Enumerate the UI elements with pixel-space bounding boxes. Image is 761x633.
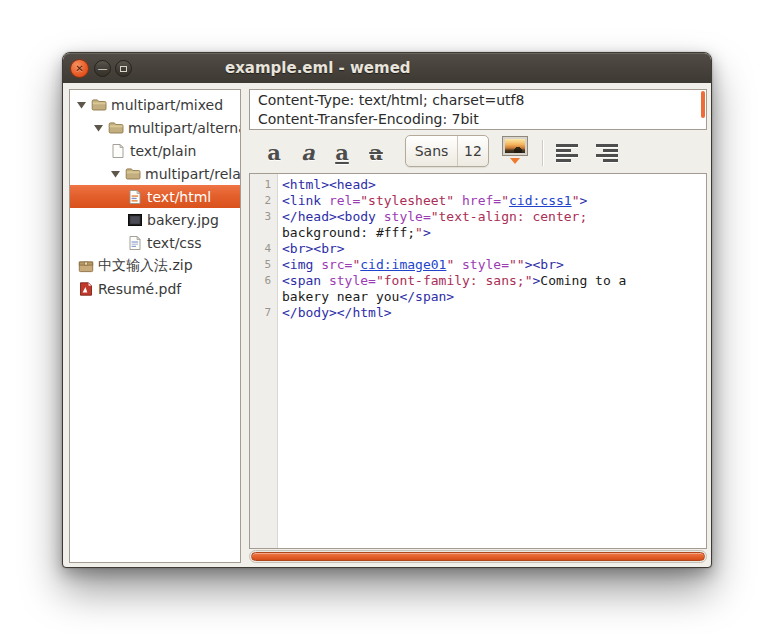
tree-item[interactable]: text/html — [70, 185, 240, 208]
expander-icon[interactable] — [93, 122, 104, 133]
close-button[interactable]: ✕ — [70, 59, 89, 78]
cid-link[interactable]: cid:image01 — [360, 257, 446, 272]
code-line: 7</body></html> — [250, 305, 706, 321]
code-token: style= — [384, 209, 431, 224]
code-token: <br> — [532, 257, 563, 272]
window: ✕ — example.eml - wemed multipart/mixedm… — [62, 52, 712, 568]
line-number: 7 — [250, 305, 278, 321]
code-line: 2<link rel="stylesheet" href="cid:css1"> — [250, 193, 706, 209]
tree-item-label: multipart/related — [145, 166, 241, 182]
font-button[interactable]: Sans 12 — [405, 135, 489, 167]
minimize-icon: — — [98, 64, 108, 74]
tree-item[interactable]: 中文输入法.zip — [70, 254, 240, 277]
font-family-value[interactable]: Sans — [406, 136, 458, 166]
expander-icon[interactable] — [110, 168, 121, 179]
mime-tree[interactable]: multipart/mixedmultipart/alternativetext… — [69, 89, 241, 563]
code-text: <img src="cid:image01" style=""><br> — [278, 257, 564, 273]
source-editor[interactable]: 1<html><head>2<link rel="stylesheet" hre… — [249, 173, 707, 549]
minimize-button[interactable]: — — [94, 60, 111, 77]
html-file-icon — [127, 189, 143, 205]
tree-item[interactable]: Resumé.pdf — [70, 277, 240, 300]
color-picker-button[interactable] — [500, 136, 530, 170]
bold-button[interactable]: a — [259, 136, 289, 168]
tree-item[interactable]: text/plain — [70, 139, 240, 162]
code-token: </head><body — [282, 209, 384, 224]
horizontal-scrollbar[interactable] — [249, 550, 707, 563]
code-text: <html><head> — [278, 177, 376, 193]
image-file-icon — [127, 212, 143, 228]
code-text: <link rel="stylesheet" href="cid:css1"> — [278, 193, 587, 209]
content-panel: Content-Type: text/html; charset=utf8 Co… — [249, 89, 707, 563]
code-token: "text-align: center; — [431, 209, 588, 224]
close-icon: ✕ — [75, 64, 83, 74]
bold-icon: a — [267, 142, 281, 163]
line-number: 4 — [250, 241, 278, 257]
italic-icon: a — [301, 142, 315, 163]
code-token: <br><br> — [282, 241, 345, 256]
tree-item[interactable]: bakery.jpg — [70, 208, 240, 231]
code-text: bakery near you</span> — [278, 289, 454, 305]
tree-item-label: text/html — [147, 189, 211, 205]
pdf-icon — [78, 281, 94, 297]
text-file-icon — [110, 143, 126, 159]
header-content-transfer-encoding: Content-Transfer-Encoding: 7bit — [258, 110, 698, 129]
underline-icon: a — [335, 142, 349, 163]
tree-item-label: text/plain — [130, 143, 196, 159]
strikethrough-button[interactable]: a — [361, 136, 391, 168]
tree-item-label: text/css — [147, 235, 202, 251]
code-token — [454, 193, 462, 208]
line-number: 5 — [250, 257, 278, 273]
tree-item-label: multipart/mixed — [111, 97, 223, 113]
headers-editor[interactable]: Content-Type: text/html; charset=utf8 Co… — [249, 89, 707, 130]
css-file-icon — [127, 235, 143, 251]
code-text: <br><br> — [278, 241, 345, 257]
code-line: 1<html><head> — [250, 177, 706, 193]
code-line: 4<br><br> — [250, 241, 706, 257]
desktop: ✕ — example.eml - wemed multipart/mixedm… — [0, 0, 761, 633]
code-token: <span — [282, 273, 329, 288]
code-token: "font-family: sans;" — [376, 273, 533, 288]
code-token: style= — [329, 273, 376, 288]
code-text: background: #fff;"> — [278, 225, 431, 241]
tree-item[interactable]: multipart/mixed — [70, 93, 240, 116]
cid-link[interactable]: cid:css1 — [509, 193, 572, 208]
line-number: 3 — [250, 209, 278, 225]
horizontal-scrollbar-thumb[interactable] — [251, 552, 705, 561]
code-area: 1<html><head>2<link rel="stylesheet" hre… — [250, 177, 706, 321]
code-token: " — [501, 193, 509, 208]
dropdown-arrow-icon — [510, 158, 520, 164]
header-content-type: Content-Type: text/html; charset=utf8 — [258, 91, 698, 110]
maximize-button[interactable] — [115, 60, 132, 77]
strikethrough-icon: a — [369, 142, 383, 163]
line-number: 6 — [250, 273, 278, 289]
tree-item-label: 中文输入法.zip — [98, 257, 193, 275]
tree-item[interactable]: multipart/related — [70, 162, 240, 185]
align-right-button[interactable] — [591, 139, 623, 167]
code-token: Coming to a — [540, 273, 626, 288]
font-size-value[interactable]: 12 — [458, 136, 488, 166]
line-number: 2 — [250, 193, 278, 209]
code-token: <html><head> — [282, 177, 376, 192]
code-token: > — [423, 225, 431, 240]
titlebar[interactable]: ✕ — example.eml - wemed — [63, 53, 711, 83]
code-line: 3</head><body style="text-align: center; — [250, 209, 706, 225]
headers-scrollbar[interactable] — [701, 91, 705, 118]
tree-item[interactable]: multipart/alternative — [70, 116, 240, 139]
code-line: bakery near you</span> — [250, 289, 706, 305]
align-right-icon — [596, 144, 618, 162]
align-left-button[interactable] — [551, 139, 583, 167]
code-token: background: #fff; — [282, 225, 415, 240]
tree-item-label: bakery.jpg — [147, 212, 219, 228]
maximize-icon — [120, 66, 127, 72]
code-text: <span style="font-family: sans;">Coming … — [278, 273, 626, 289]
align-left-icon — [556, 144, 578, 162]
line-number — [250, 289, 278, 305]
expander-icon[interactable] — [76, 99, 87, 110]
code-token: src= — [321, 257, 352, 272]
tree-item[interactable]: text/css — [70, 231, 240, 254]
underline-button[interactable]: a — [327, 136, 357, 168]
italic-button[interactable]: a — [293, 136, 323, 168]
code-token — [454, 257, 462, 272]
line-number: 1 — [250, 177, 278, 193]
code-line: 5<img src="cid:image01" style=""><br> — [250, 257, 706, 273]
